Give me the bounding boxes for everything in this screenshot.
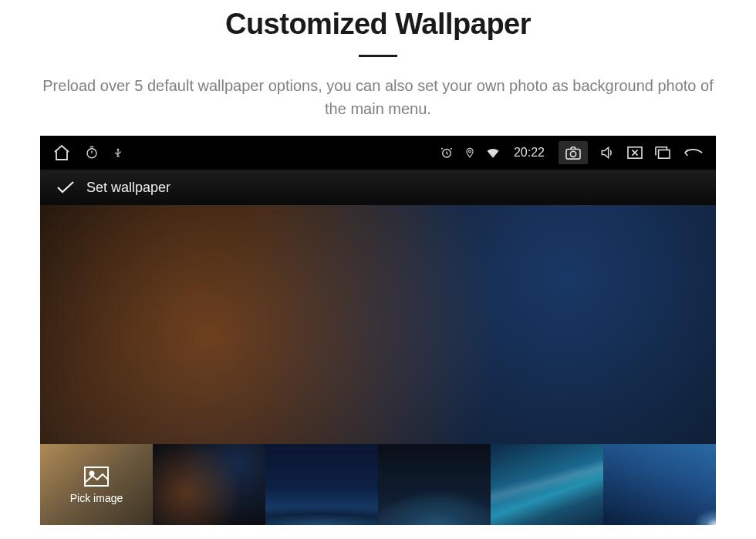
status-time: 20:22 xyxy=(514,146,545,160)
svg-point-8 xyxy=(90,471,94,475)
svg-point-4 xyxy=(570,151,575,157)
camera-icon[interactable] xyxy=(559,141,588,164)
page-title: Customized Wallpaper xyxy=(0,8,756,41)
status-bar: 20:22 xyxy=(40,136,716,170)
title-bar: Set wallpaper xyxy=(40,170,716,205)
wallpaper-thumb-2[interactable] xyxy=(265,444,378,525)
svg-rect-6 xyxy=(659,150,670,158)
checkmark-icon[interactable] xyxy=(56,180,76,195)
device-screen: 20:22 xyxy=(40,136,716,525)
home-icon[interactable] xyxy=(52,143,71,162)
status-left-group xyxy=(52,143,123,162)
page-subtitle: Preload over 5 default wallpaper options… xyxy=(0,74,756,120)
svg-point-2 xyxy=(468,150,471,153)
alarm-icon xyxy=(440,146,454,160)
close-window-icon[interactable] xyxy=(626,146,643,160)
title-underline xyxy=(359,55,397,57)
timer-icon xyxy=(85,146,99,160)
status-right-group: 20:22 xyxy=(440,141,704,164)
titlebar-label: Set wallpaper xyxy=(86,180,170,196)
wallpaper-thumb-1[interactable] xyxy=(153,444,265,525)
location-icon xyxy=(464,146,475,160)
wallpaper-preview xyxy=(40,205,716,444)
wallpaper-thumb-5[interactable] xyxy=(603,444,716,525)
usb-icon xyxy=(113,146,123,160)
pick-image-label: Pick image xyxy=(70,492,123,504)
thumbnail-strip[interactable]: Pick image xyxy=(40,444,716,525)
wifi-icon xyxy=(486,147,500,158)
recent-apps-icon[interactable] xyxy=(654,146,671,160)
pick-image-button[interactable]: Pick image xyxy=(40,444,153,525)
volume-icon[interactable] xyxy=(599,145,616,160)
wallpaper-thumb-4[interactable] xyxy=(491,444,603,525)
svg-rect-3 xyxy=(566,150,580,160)
back-icon[interactable] xyxy=(682,147,704,159)
wallpaper-thumb-3[interactable] xyxy=(378,444,491,525)
